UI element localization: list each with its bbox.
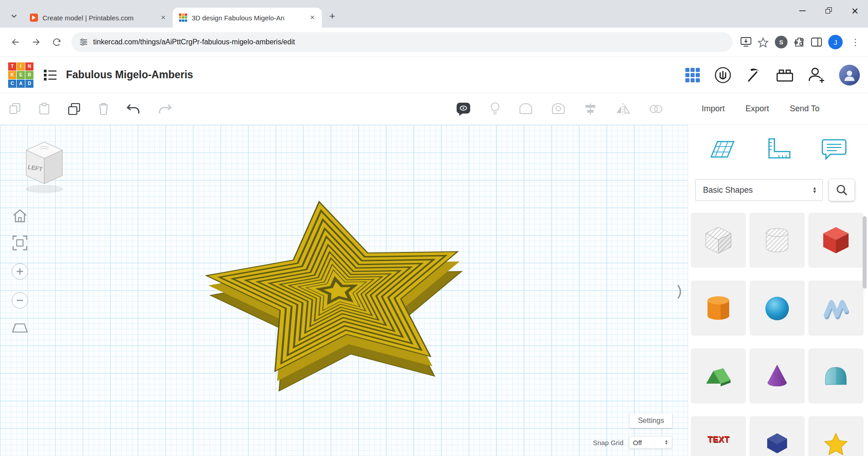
search-icon: [836, 184, 848, 196]
shape-tile-box[interactable]: [808, 213, 863, 268]
reload-button[interactable]: [48, 33, 66, 51]
forward-button[interactable]: [27, 33, 45, 51]
shape-tile-text[interactable]: TEXT TEXT: [691, 416, 746, 456]
snap-grid-row: Snap Grid Off ▲▼: [593, 436, 672, 449]
reload-icon: [52, 37, 62, 47]
export-button[interactable]: Export: [745, 104, 769, 114]
extensions-puzzle-icon[interactable]: [794, 37, 805, 48]
shape-category-row: Basic Shapes ▲▼: [695, 179, 868, 201]
browser-profile-avatar[interactable]: J: [828, 35, 843, 49]
minimize-button[interactable]: [789, 0, 816, 22]
bookmark-star-icon[interactable]: [758, 37, 769, 48]
panel-tool-icons: [688, 125, 868, 162]
box-icon: [820, 224, 852, 256]
shape-tile-cylinder[interactable]: [691, 280, 746, 336]
import-button[interactable]: Import: [702, 104, 725, 114]
panel-collapse-handle[interactable]: [677, 284, 684, 301]
paste-icon[interactable]: [39, 103, 50, 115]
extension-s-badge[interactable]: S: [775, 36, 788, 48]
mirror-icon[interactable]: [616, 103, 630, 115]
minus-icon: [16, 299, 24, 301]
send-to-button[interactable]: Send To: [790, 104, 820, 114]
view-cube[interactable]: LEFT: [18, 137, 72, 195]
site-info-icon[interactable]: [80, 38, 88, 46]
align-icon[interactable]: [584, 103, 597, 115]
ruler-tool[interactable]: [764, 137, 792, 162]
fit-view-icon[interactable]: [12, 235, 28, 251]
snap-grid-select[interactable]: Off ▲▼: [629, 436, 672, 449]
plus-icon: [16, 268, 24, 275]
url-text[interactable]: tinkercad.com/things/aAiPttCrgPr-fabulou…: [93, 38, 295, 46]
shape-tile-roof[interactable]: [691, 348, 746, 404]
shape-tile-polygon[interactable]: [750, 416, 805, 456]
perspective-toggle-icon[interactable]: [12, 321, 28, 335]
shape-tile-round-roof[interactable]: [808, 348, 863, 404]
redo-icon[interactable]: [158, 104, 172, 114]
snap-grid-label: Snap Grid: [593, 439, 623, 446]
edit-toolbar: Import Export Send To: [0, 93, 868, 125]
hole-shape-icon[interactable]: [552, 103, 565, 115]
back-arrow-icon: [10, 37, 20, 47]
group-icon[interactable]: [649, 103, 663, 115]
shape-tile-box-hole[interactable]: [691, 213, 746, 268]
design-title[interactable]: Fabulous Migelo-Amberis: [66, 69, 193, 81]
chevron-down-icon: [11, 14, 17, 18]
lightbulb-icon[interactable]: [490, 102, 500, 116]
add-user-icon[interactable]: [807, 66, 826, 84]
omnibox[interactable]: tinkercad.com/things/aAiPttCrgPr-fabulou…: [71, 32, 732, 52]
tab-title: Create model | Printables.com: [42, 14, 154, 22]
undo-icon[interactable]: [127, 104, 140, 114]
logo-tile: T: [8, 62, 16, 71]
3d-design-grid-icon[interactable]: [684, 67, 701, 83]
account-avatar[interactable]: [839, 65, 860, 86]
design-menu-icon[interactable]: [43, 69, 57, 81]
shape-tile-sphere[interactable]: [750, 280, 805, 336]
close-button[interactable]: ×: [842, 0, 868, 22]
solid-shape-icon[interactable]: [519, 103, 533, 115]
copy-icon[interactable]: [9, 103, 21, 115]
browser-menu-icon[interactable]: ⋮: [849, 37, 862, 48]
back-button[interactable]: [6, 33, 24, 51]
notes-tool[interactable]: [820, 137, 848, 162]
avatar-figure-icon: [843, 68, 856, 82]
panel-scrollbar[interactable]: [863, 216, 867, 289]
prosthetics-hand-icon[interactable]: [714, 66, 731, 84]
logo-tile: C: [8, 80, 16, 88]
workplane-tool[interactable]: [708, 137, 736, 162]
zoom-out-button[interactable]: [12, 292, 28, 309]
snap-grid-value: Off: [633, 439, 642, 446]
delete-trash-icon[interactable]: [99, 103, 108, 115]
polygon-icon: [761, 428, 793, 456]
duplicate-icon[interactable]: [68, 103, 80, 115]
side-panel-icon[interactable]: [811, 38, 822, 47]
shape-search-button[interactable]: [829, 179, 854, 201]
shape-tile-scribble[interactable]: [808, 280, 863, 336]
round-roof-icon: [820, 360, 852, 392]
tab-printables[interactable]: Create model | Printables.com ×: [24, 8, 173, 28]
show-notes-icon[interactable]: [456, 102, 471, 116]
install-icon[interactable]: [741, 37, 751, 47]
restore-button[interactable]: [816, 0, 842, 22]
settings-button[interactable]: Settings: [630, 413, 672, 428]
star-model[interactable]: [0, 125, 688, 456]
shape-tile-cylinder-hole[interactable]: [750, 213, 805, 268]
shape-tile-cone[interactable]: [750, 348, 805, 404]
spinner-arrows-icon: ▲▼: [665, 440, 668, 445]
tinkercad-logo[interactable]: T I N K E R C A D: [8, 62, 33, 88]
shape-category-select[interactable]: Basic Shapes ▲▼: [695, 179, 823, 201]
lego-brick-icon[interactable]: [776, 67, 794, 83]
minecraft-pickaxe-icon[interactable]: [745, 66, 762, 84]
shape-tile-star[interactable]: [808, 416, 863, 456]
tab-search-button[interactable]: [6, 9, 22, 24]
zoom-in-button[interactable]: [12, 263, 28, 280]
home-view-icon[interactable]: [12, 209, 28, 223]
printables-favicon: [30, 14, 38, 22]
tab-close-icon[interactable]: ×: [158, 13, 168, 23]
browser-address-bar: tinkercad.com/things/aAiPttCrgPr-fabulou…: [0, 28, 868, 57]
workspace: LEFT Settings Snap Grid Off ▲▼: [0, 125, 868, 456]
tab-tinkercad-active[interactable]: 3D design Fabulous Migelo-An ×: [173, 8, 322, 28]
new-tab-button[interactable]: +: [325, 9, 340, 24]
3d-canvas[interactable]: LEFT Settings Snap Grid Off ▲▼: [0, 125, 688, 456]
tab-close-icon[interactable]: ×: [307, 13, 317, 23]
window-controls: ×: [789, 0, 868, 22]
